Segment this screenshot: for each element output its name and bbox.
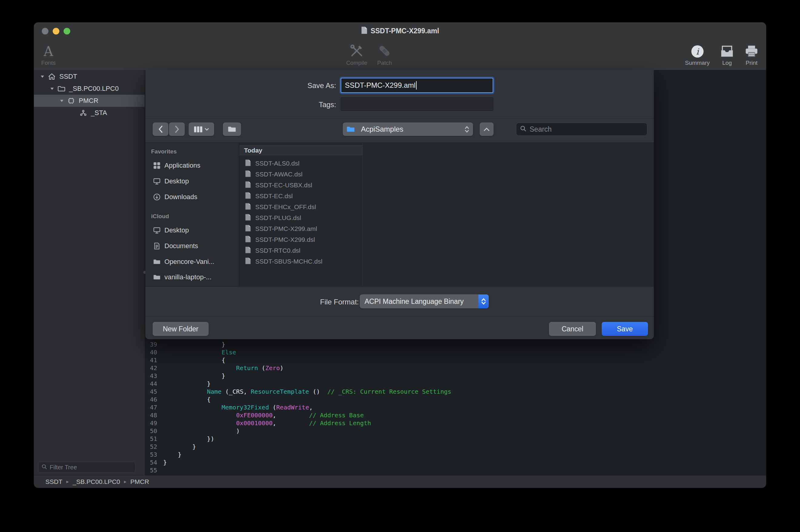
- forward-button[interactable]: [169, 122, 185, 136]
- popup-stepper: [479, 294, 489, 308]
- tree-row-pmcr[interactable]: PMCR: [34, 95, 145, 107]
- line-number: 46: [145, 396, 157, 403]
- patch-icon: [377, 41, 392, 58]
- search-icon: [41, 464, 47, 471]
- disclosure-triangle-icon[interactable]: [40, 74, 45, 79]
- toolbar-item-compile[interactable]: Compile: [346, 41, 367, 66]
- file-row[interactable]: SSDT-RTC0.dsl: [239, 245, 362, 256]
- code-text: Else: [157, 348, 236, 356]
- file-row[interactable]: SSDT-PMC-X299.aml: [239, 223, 362, 234]
- documents-icon: [153, 242, 161, 250]
- filter-tree-input[interactable]: Filter Tree: [38, 462, 135, 473]
- path-segment[interactable]: PMCR: [131, 478, 149, 486]
- up-directory-button[interactable]: [480, 122, 494, 136]
- section-header-icloud: iCloud: [151, 213, 169, 220]
- document-icon: [245, 235, 251, 244]
- file-row[interactable]: SSDT-EHCx_OFF.dsl: [239, 202, 362, 212]
- sidebar-item-vanilla-folder[interactable]: vanilla-laptop-...: [145, 271, 239, 283]
- up-down-chevrons-icon: [465, 126, 469, 133]
- acpi-tree: SSDT _SB.PC00.LPC0 PMCR: [34, 71, 145, 119]
- back-button[interactable]: [153, 122, 168, 136]
- code-text: ): [157, 427, 240, 435]
- search-field[interactable]: Search: [516, 122, 647, 136]
- line-number: 40: [145, 348, 157, 356]
- code-line: 43 }: [145, 372, 766, 380]
- toolbar-item-print[interactable]: Print: [745, 41, 759, 66]
- code-line: 39 }: [145, 340, 766, 348]
- status-path-bar: SSDT ▸ _SB.PC00.LPC0 ▸ PMCR: [34, 475, 766, 488]
- toolbar-item-fonts[interactable]: A Fonts: [41, 41, 56, 66]
- sidebar-item-documents[interactable]: Documents: [145, 240, 239, 252]
- code-line: 44 }: [145, 380, 766, 388]
- tree-row-ssdt[interactable]: SSDT: [34, 71, 145, 82]
- code-text: Name (_CRS, ResourceTemplate () // _CRS:…: [157, 388, 451, 396]
- house-icon: [48, 73, 56, 80]
- line-number: 49: [145, 419, 157, 427]
- file-row[interactable]: SSDT-PMC-X299.dsl: [239, 234, 362, 245]
- places-sidebar: Favorites Applications Desktop Downloads…: [145, 143, 239, 286]
- folder-icon: [153, 274, 161, 280]
- save-as-field[interactable]: SSDT-PMC-X299.aml: [341, 78, 493, 93]
- file-browser: Favorites Applications Desktop Downloads…: [145, 142, 654, 287]
- disclosure-triangle-icon[interactable]: [59, 98, 64, 103]
- tree-row-scope[interactable]: _SB.PC00.LPC0: [34, 82, 145, 95]
- document-icon: [245, 181, 251, 190]
- code-line: 48 0xFE000000, // Address Base: [145, 411, 766, 419]
- file-row[interactable]: SSDT-EC.dsl: [239, 191, 362, 202]
- code-line: 53 }: [145, 451, 766, 458]
- code-text: }: [157, 443, 196, 451]
- file-name: SSDT-EC.dsl: [255, 192, 293, 200]
- app-window: SSDT-PMC-X299.aml A Fonts Compile: [34, 22, 766, 488]
- view-mode-button[interactable]: [189, 122, 214, 136]
- up-down-chevrons-icon: [481, 298, 486, 305]
- code-text: }: [157, 451, 181, 458]
- code-line: 42 Return (Zero): [145, 364, 766, 372]
- chevron-left-icon: [159, 125, 163, 133]
- line-number: 47: [145, 403, 157, 411]
- sidebar-item-applications[interactable]: Applications: [145, 159, 239, 172]
- tree-row-sta[interactable]: _STA: [34, 107, 145, 119]
- file-format-popup[interactable]: ACPI Machine Language Binary: [360, 294, 489, 308]
- file-name: SSDT-RTC0.dsl: [255, 247, 300, 254]
- titlebar: SSDT-PMC-X299.aml A Fonts Compile: [34, 22, 766, 70]
- location-popup[interactable]: AcpiSamples: [343, 122, 473, 136]
- line-number: 50: [145, 427, 157, 435]
- save-button[interactable]: Save: [602, 322, 648, 336]
- file-row[interactable]: SSDT-PLUG.dsl: [239, 212, 362, 223]
- sidebar-item-opencore-folder[interactable]: Opencore-Vani...: [145, 256, 239, 268]
- tags-field[interactable]: [341, 97, 493, 111]
- tags-label: Tags:: [145, 100, 336, 109]
- file-name: SSDT-SBUS-MCHC.dsl: [255, 258, 322, 265]
- file-row[interactable]: SSDT-ALS0.dsl: [239, 158, 362, 169]
- code-text: {: [157, 356, 225, 364]
- code-line: 49 0x00010000, // Address Length: [145, 419, 766, 427]
- folder-icon: [153, 259, 161, 265]
- code-line: 46 {: [145, 396, 766, 403]
- chevron-down-icon: [205, 128, 209, 131]
- toolbar-item-summary[interactable]: i Summary: [685, 41, 709, 66]
- new-folder-button[interactable]: New Folder: [153, 322, 209, 336]
- file-name: SSDT-EC-USBX.dsl: [255, 182, 312, 189]
- disclosure-triangle-icon[interactable]: [50, 86, 55, 91]
- search-icon: [520, 125, 526, 133]
- sidebar-item-icloud-desktop[interactable]: Desktop: [145, 224, 239, 236]
- fonts-icon: A: [43, 41, 53, 58]
- file-row[interactable]: SSDT-AWAC.dsl: [239, 169, 362, 180]
- folder-view-button[interactable]: [223, 122, 241, 136]
- cancel-button[interactable]: Cancel: [549, 322, 596, 336]
- path-segment[interactable]: _SB.PC00.LPC0: [73, 478, 120, 486]
- toolbar-item-patch[interactable]: Patch: [377, 41, 392, 66]
- code-text: }): [157, 435, 215, 443]
- line-number: 52: [145, 443, 157, 451]
- device-icon: [67, 97, 75, 104]
- sidebar-item-desktop[interactable]: Desktop: [145, 175, 239, 187]
- document-icon: [245, 170, 251, 179]
- line-number: 54: [145, 458, 157, 466]
- file-name: SSDT-PLUG.dsl: [255, 214, 301, 222]
- path-segment[interactable]: SSDT: [45, 478, 62, 486]
- toolbar-item-log[interactable]: Log: [720, 41, 734, 66]
- file-row[interactable]: SSDT-SBUS-MCHC.dsl: [239, 256, 362, 267]
- method-icon: [79, 110, 87, 116]
- file-row[interactable]: SSDT-EC-USBX.dsl: [239, 180, 362, 191]
- sidebar-item-downloads[interactable]: Downloads: [145, 191, 239, 203]
